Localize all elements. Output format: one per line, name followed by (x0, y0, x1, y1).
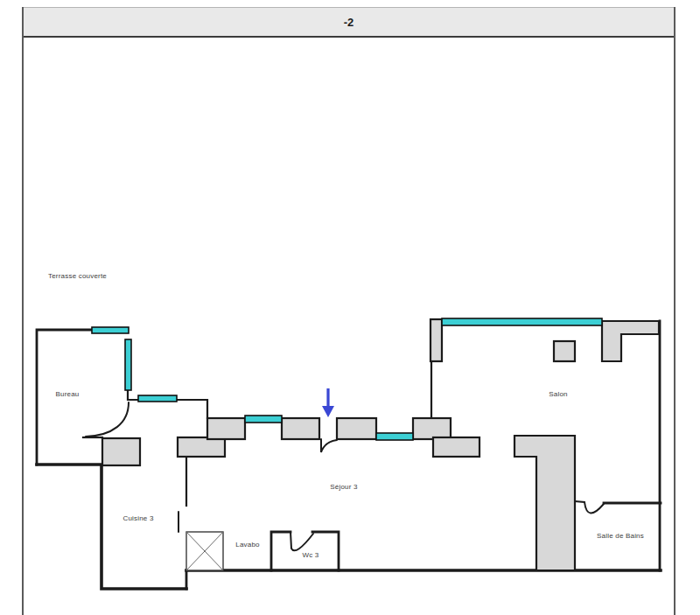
wall-block-sejour-5 (433, 437, 480, 457)
wall-pillar-bathroom (514, 436, 575, 570)
entrance-door-arc (321, 439, 337, 452)
wall-block-salon-right (602, 321, 659, 361)
wall-block-sejour-2 (282, 418, 319, 439)
hatched-fixture (186, 532, 223, 570)
floor-plan: Terrasse couverte Bureau Cuisine 3 Lavab… (0, 0, 700, 615)
label-terrasse-couverte: Terrasse couverte (48, 272, 107, 280)
label-bureau: Bureau (56, 390, 80, 398)
bathroom-door-arc (575, 501, 604, 514)
bureau-wall-stub (128, 390, 138, 400)
label-lavabo: Lavabo (235, 541, 259, 549)
label-salle-de-bains: Salle de Bains (597, 532, 644, 540)
wall-block-sejour-3 (337, 418, 376, 439)
label-cuisine: Cuisine 3 (122, 514, 153, 522)
floor-plan-drawing (0, 0, 700, 615)
window-bureau-top (92, 327, 129, 333)
wc-wall-left (271, 532, 290, 570)
window-salon (442, 318, 602, 325)
entrance-arrow-icon (322, 388, 334, 417)
wall-block-cuisine-top (178, 437, 225, 457)
wall-block-sejour-4 (413, 418, 451, 439)
wall-block-sejour-1 (207, 418, 245, 439)
cuisine-wall-left-bottom (102, 466, 186, 589)
entrance-arrow-head (322, 406, 334, 417)
label-sejour: Séjour 3 (330, 483, 357, 491)
window-sejour-1 (245, 416, 282, 423)
bureau-door-arc (86, 402, 129, 437)
window-sejour-2 (376, 433, 413, 440)
window-bureau-side (125, 339, 131, 390)
label-salon: Salon (549, 390, 567, 398)
window-bureau-right (138, 395, 177, 402)
wall-pillar-salon-small (554, 341, 575, 361)
wall-to-sejour (177, 400, 207, 418)
label-wc: Wc 3 (302, 551, 318, 559)
wc-door-arc (290, 532, 313, 550)
wall-pillar-salon-left (430, 319, 442, 361)
wall-block-cuisine-left (102, 438, 140, 465)
